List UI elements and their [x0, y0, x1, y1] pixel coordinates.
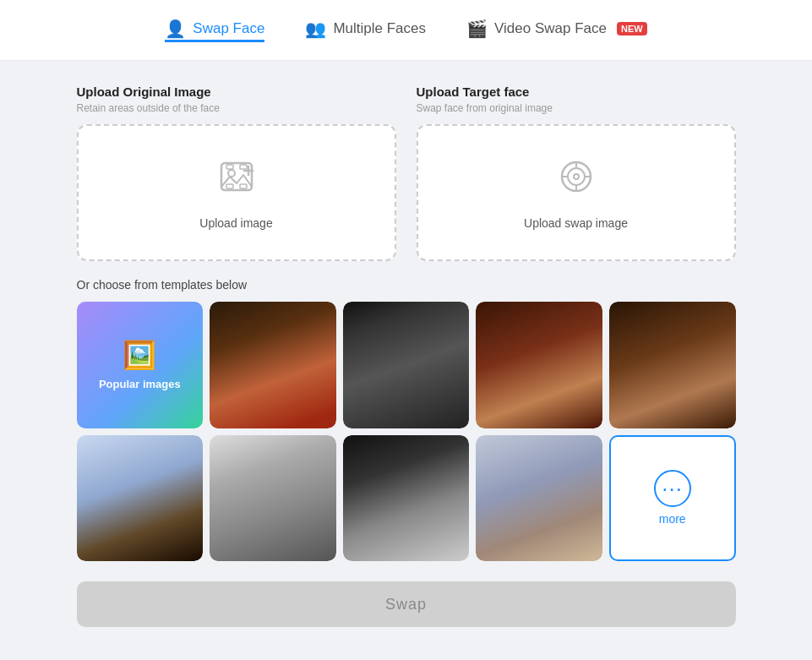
upload-face-icon — [216, 156, 257, 205]
template-image-6[interactable] — [210, 435, 336, 562]
tab-swap-face-label: Swap Face — [193, 20, 264, 37]
gallery-icon: 🖼️ — [123, 339, 156, 371]
tab-multiple-faces-label: Multiple Faces — [333, 20, 426, 37]
template-section: Or choose from templates below 🖼️ Popula… — [77, 278, 736, 561]
more-dots-icon: ··· — [654, 470, 691, 507]
upload-original-title: Upload Original Image — [77, 85, 396, 99]
swap-button[interactable]: Swap — [77, 581, 736, 627]
template-image-2[interactable] — [343, 302, 470, 428]
tab-video-swap-face[interactable]: 🎬 Video Swap Face NEW — [466, 19, 647, 42]
svg-point-9 — [568, 168, 585, 185]
upload-original-subtitle: Retain areas outside of the face — [77, 102, 396, 114]
popular-images-label: Popular images — [99, 378, 181, 390]
svg-point-10 — [574, 174, 579, 179]
more-templates-cell[interactable]: ··· more — [609, 435, 736, 562]
upload-target-subtitle: Swap face from original image — [417, 102, 736, 114]
upload-swap-icon — [556, 156, 597, 205]
template-image-7[interactable] — [343, 435, 470, 562]
popular-images-cell[interactable]: 🖼️ Popular images — [77, 302, 204, 428]
template-image-4[interactable] — [609, 302, 736, 428]
svg-rect-4 — [226, 165, 233, 169]
svg-rect-7 — [240, 184, 247, 188]
tab-swap-face[interactable]: 👤 Swap Face — [165, 19, 264, 42]
upload-target-title: Upload Target face — [417, 85, 736, 99]
template-image-1[interactable] — [210, 302, 336, 428]
upload-target-label: Upload swap image — [524, 216, 628, 230]
upload-target-panel: Upload Target face Swap face from origin… — [417, 85, 736, 261]
upload-original-label: Upload image — [199, 216, 272, 230]
svg-rect-5 — [240, 165, 247, 169]
tab-video-swap-face-label: Video Swap Face — [494, 20, 607, 37]
video-icon: 🎬 — [466, 19, 488, 39]
main-content: Upload Original Image Retain areas outsi… — [60, 61, 753, 644]
template-grid: 🖼️ Popular images — [77, 302, 736, 561]
upload-row: Upload Original Image Retain areas outsi… — [77, 85, 736, 261]
upload-original-panel: Upload Original Image Retain areas outsi… — [77, 85, 396, 261]
template-image-5[interactable] — [77, 435, 204, 562]
svg-rect-6 — [226, 184, 233, 188]
svg-point-1 — [228, 170, 235, 177]
tab-multiple-faces[interactable]: 👥 Multiple Faces — [305, 19, 426, 42]
template-section-label: Or choose from templates below — [77, 278, 736, 292]
template-image-3[interactable] — [476, 302, 602, 428]
template-image-8[interactable] — [476, 435, 602, 562]
people-icon: 👥 — [305, 19, 326, 39]
new-badge: NEW — [617, 22, 647, 35]
more-label: more — [659, 512, 686, 526]
upload-target-box[interactable]: Upload swap image — [417, 124, 736, 261]
upload-original-box[interactable]: Upload image — [77, 124, 396, 261]
tab-bar: 👤 Swap Face 👥 Multiple Faces 🎬 Video Swa… — [0, 0, 812, 61]
person-icon: 👤 — [165, 19, 186, 39]
